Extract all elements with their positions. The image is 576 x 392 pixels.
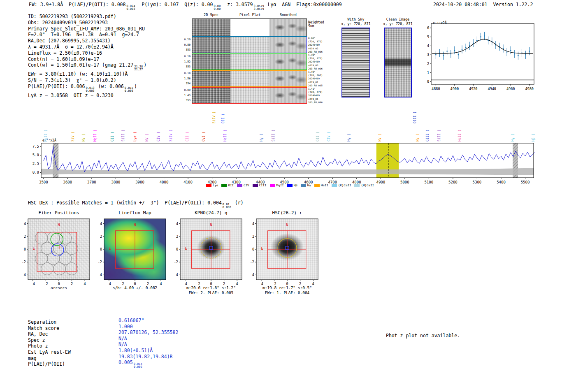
y-tick-label: 5.0 bbox=[33, 153, 39, 157]
legend-label: HeII bbox=[321, 183, 328, 187]
legend-item: Hβ bbox=[287, 183, 297, 187]
legend-swatch bbox=[332, 184, 337, 187]
data-point bbox=[506, 51, 508, 53]
data-point bbox=[529, 51, 530, 52]
spec2d-col-title: 2D Spec bbox=[192, 13, 230, 17]
match-row-value: N/A bbox=[118, 336, 127, 342]
spec2d-row-stats: 0.09 1.43 353 bbox=[178, 88, 190, 103]
ifu-outline bbox=[37, 232, 77, 271]
emission-line-label: HeII ( bbox=[458, 130, 462, 141]
east-label: E bbox=[109, 246, 111, 251]
smoothed-image bbox=[269, 37, 307, 53]
legend-item: CIII bbox=[253, 183, 267, 187]
y-tick-label: 0 bbox=[252, 247, 254, 251]
match-table-row: Separation0.616067" bbox=[28, 318, 71, 324]
x-tick-label: 4900 bbox=[451, 87, 459, 91]
photz-note: Phot z plot not available. bbox=[386, 333, 460, 339]
x-tick-label: 5500 bbox=[521, 180, 530, 184]
y-tick-label: 1 bbox=[427, 71, 429, 75]
legend-item: HeII bbox=[314, 183, 328, 187]
error-band bbox=[41, 168, 534, 176]
data-point bbox=[458, 54, 459, 56]
match-table-row: Match score1.000 bbox=[28, 324, 71, 330]
y-tick-label: 4 bbox=[24, 222, 26, 226]
pixelflat-image bbox=[230, 71, 269, 86]
x-tick-label: 4000 bbox=[160, 180, 169, 184]
emission-line-label: SiIV ( bbox=[169, 130, 173, 141]
emission-line-label: HeII ( bbox=[223, 130, 227, 141]
info-line: Cont(n) = 1.60(±0.09)e-17 bbox=[28, 56, 146, 63]
with-sky-title: With Sky bbox=[337, 17, 375, 21]
fiber-circle bbox=[41, 263, 53, 275]
emission-line-label: NV ( bbox=[82, 134, 86, 141]
weighted-sum-label: Weighted Sum bbox=[308, 21, 324, 28]
spec2d-col-title: Pixel Flat bbox=[230, 13, 269, 17]
y-tick-label: -4 bbox=[98, 273, 102, 277]
cutout-title: Lineflux Map bbox=[100, 210, 170, 216]
x-tick-label: 4960 bbox=[506, 87, 515, 91]
east-label: E bbox=[33, 246, 35, 251]
kpno-g-cutout: -4-4-2-2002244NE bbox=[165, 216, 251, 290]
pixelflat-image bbox=[230, 19, 269, 36]
y-tick-label: -2 bbox=[250, 260, 254, 264]
emission-line-label: Hγ ( bbox=[260, 134, 263, 141]
x-tick-label: 5100 bbox=[425, 180, 434, 184]
detection-info-block: ID: 5002219293 (5002219293.pdf)Obs: 2024… bbox=[28, 14, 146, 99]
emission-line-label: NV ( bbox=[145, 134, 149, 141]
emission-line-label: OIII ( bbox=[413, 111, 417, 123]
smoothed-image bbox=[269, 19, 307, 36]
match-table-row: Est LyA rest-EW1.80(±0.51)Å bbox=[28, 348, 71, 354]
match-row-value: 1.000 bbox=[118, 324, 133, 330]
x-tick-label: 3900 bbox=[135, 180, 144, 184]
clean-image-coords: x, y: 720, 871 bbox=[379, 22, 417, 26]
legend-label: Hβ bbox=[294, 183, 297, 187]
legend-swatch bbox=[354, 184, 360, 187]
legend-label: CIII bbox=[259, 183, 267, 187]
spec2d-strip bbox=[192, 19, 307, 36]
cutout-caption-1: m:20.6 re:1.8" s:1.2" bbox=[172, 285, 250, 290]
x-tick-label: 3700 bbox=[87, 180, 96, 184]
smoothed-image bbox=[269, 54, 307, 70]
data-point bbox=[503, 48, 504, 49]
cutout-title: Fiber Positions bbox=[24, 210, 94, 216]
fiber-circle bbox=[66, 263, 78, 275]
match-table-row: RA, Dec207.870126, 52.355582 bbox=[28, 329, 71, 336]
legend-swatch bbox=[221, 184, 227, 187]
y-tick-label: 2 bbox=[427, 62, 429, 66]
legend-swatch bbox=[206, 184, 211, 187]
legend-label: (H)CaII bbox=[361, 183, 374, 187]
clean-image bbox=[384, 28, 412, 97]
fiber-circle bbox=[53, 263, 66, 275]
y-tick-label: 2 bbox=[176, 234, 178, 239]
emission-line-label: MgII ( bbox=[93, 130, 97, 141]
emission-line-label: OIII ( bbox=[426, 130, 430, 141]
with-sky-image bbox=[341, 28, 370, 97]
legend-swatch bbox=[301, 184, 306, 187]
spec2d-row-annotation: 1.39" (720, 871) 20240409 v019_03 203_RU… bbox=[308, 53, 323, 70]
legend-item: MgII bbox=[270, 183, 284, 187]
pixelflat-image bbox=[230, 88, 269, 103]
catalog-box bbox=[116, 231, 154, 269]
emission-line-label: MgII ( bbox=[44, 130, 48, 141]
emission-line-label: OVI ( bbox=[202, 132, 206, 141]
x-tick-label: 4880 bbox=[432, 87, 440, 91]
emission-line-label: OII ( bbox=[111, 132, 114, 141]
cutout-caption-2: EWr: 2. PLAE: 0.005 bbox=[172, 290, 250, 295]
y-tick-label: 0 bbox=[176, 247, 178, 251]
fiber-positions-cutout: -4-4-2-2002244NE bbox=[12, 216, 99, 290]
spectrum-legend: LyαOIICIVCIIIMgIIHβHγHeII(K)CaII(H)CaII bbox=[175, 183, 405, 187]
elixer-report-page: EW: 3.9±1.8Å P(LAE)/P(OII): 0.0080.0240.… bbox=[0, 0, 576, 392]
catalog-match-table: Separation0.616067"Match score1.000RA, D… bbox=[28, 318, 71, 366]
data-point bbox=[518, 55, 519, 56]
spec2d-image bbox=[192, 19, 230, 36]
east-label: E bbox=[185, 246, 187, 251]
smoothed-image bbox=[269, 71, 307, 86]
north-label: N bbox=[210, 223, 212, 227]
header-timestamp: 2024-10-20 08:48:01 Version 1.22.2 bbox=[433, 2, 533, 8]
smoothed-image bbox=[269, 88, 307, 103]
hsc-dex-summary: HSC-DEX : Possible Matches = 1 (within +… bbox=[28, 200, 244, 209]
match-row-value: 1.80(±0.51)Å bbox=[118, 348, 153, 354]
legend-item: Lyα bbox=[206, 183, 218, 187]
hsc-r-cutout: -4-4-2-2002244NE bbox=[241, 216, 327, 290]
y-tick-label: 7.5 bbox=[33, 144, 39, 148]
